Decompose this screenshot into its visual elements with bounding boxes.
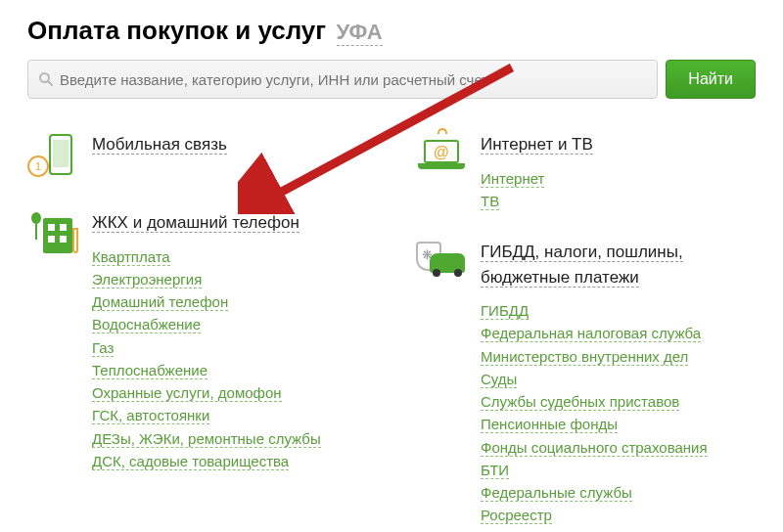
list-item[interactable]: Охранные услуги, домофон (92, 381, 367, 404)
list-item[interactable]: Газ (92, 336, 367, 359)
utilities-links: Квартплата Электроэнергия Домашний телеф… (92, 245, 367, 473)
category-mobile: 1 Мобильная связь (27, 132, 367, 183)
search-button[interactable]: Найти (666, 60, 756, 99)
list-item[interactable]: Квартплата (92, 245, 367, 268)
car-shield-icon: ❋ (416, 240, 467, 290)
list-item[interactable]: Службы судебных приставов (481, 390, 756, 413)
categories-grid: 1 Мобильная связь ЖКХ и домашний телефон… (27, 132, 756, 532)
internet-links: Интернет ТВ (481, 167, 756, 213)
search-icon (38, 71, 54, 87)
list-item[interactable]: Теплоснабжение (92, 359, 367, 381)
list-item[interactable]: ГСК, автостоянки (92, 404, 367, 426)
mobile-phone-icon: 1 (27, 132, 78, 183)
list-item[interactable]: Домашний телефон (92, 290, 367, 313)
category-internet: @ Интернет и ТВ Интернет ТВ (416, 132, 756, 212)
category-title-internet[interactable]: Интернет и ТВ (481, 135, 593, 155)
category-title-utilities[interactable]: ЖКХ и домашний телефон (92, 213, 299, 233)
category-utilities: ЖКХ и домашний телефон Квартплата Электр… (27, 210, 367, 472)
list-item[interactable]: Водоснабжение (92, 313, 367, 335)
category-title-mobile[interactable]: Мобильная связь (92, 135, 227, 155)
list-item[interactable]: Суды (481, 368, 756, 390)
list-item[interactable]: ДЕЗы, ЖЭКи, ремонтные службы (92, 427, 367, 450)
left-column: 1 Мобильная связь ЖКХ и домашний телефон… (27, 132, 367, 532)
page-title: Оплата покупок и услуг (27, 16, 326, 45)
list-item[interactable]: БТИ (481, 459, 756, 481)
search-row: Найти (27, 60, 756, 99)
government-links: ГИБДД Федеральная налоговая служба Минис… (481, 299, 756, 527)
list-item[interactable]: Министерство внутренних дел (481, 345, 756, 368)
laptop-wifi-icon: @ (416, 132, 467, 183)
list-item[interactable]: Федеральные службы (481, 481, 756, 504)
svg-line-1 (48, 81, 52, 85)
category-title-government[interactable]: ГИБДД, налоги, пошлины, бюджетные платеж… (481, 243, 683, 288)
list-item[interactable]: Федеральная налоговая служба (481, 322, 756, 344)
category-government: ❋ ГИБДД, налоги, пошлины, бюджетные плат… (416, 240, 756, 527)
list-item[interactable]: ДСК, садовые товарищества (92, 450, 367, 472)
list-item[interactable]: ГИБДД (481, 299, 756, 322)
search-input[interactable] (60, 71, 647, 88)
list-item[interactable]: Интернет (481, 167, 756, 190)
list-item[interactable]: Росреестр (481, 504, 756, 526)
list-item[interactable]: Электроэнергия (92, 268, 367, 290)
search-box (27, 60, 658, 99)
list-item[interactable]: ТВ (481, 190, 756, 212)
list-item[interactable]: Пенсионные фонды (481, 413, 756, 435)
list-item[interactable]: Фонды социального страхования (481, 436, 756, 459)
right-column: @ Интернет и ТВ Интернет ТВ ❋ ГИБДД, нал… (416, 132, 756, 532)
city-selector[interactable]: УФА (337, 20, 383, 46)
house-icon (27, 210, 78, 261)
